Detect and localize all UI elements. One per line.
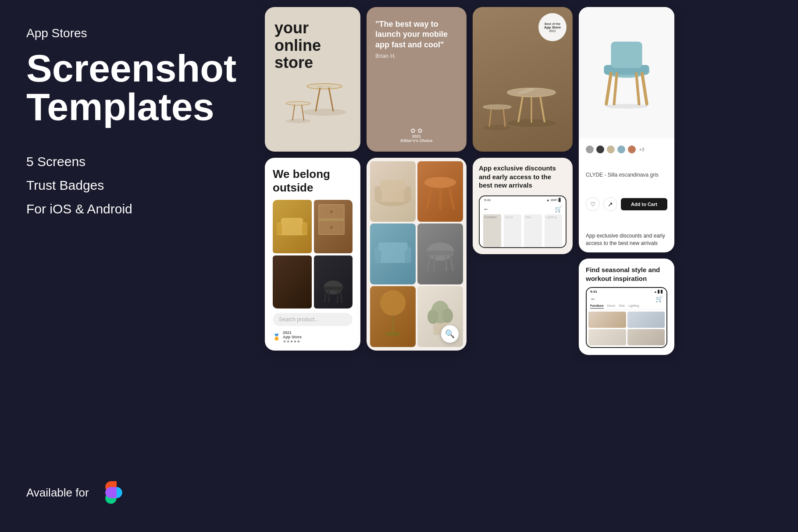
product-description: App exclusive discounts and early access… — [586, 232, 667, 247]
svg-point-29 — [424, 177, 456, 188]
add-to-cart-button[interactable]: Add to Cart — [621, 198, 667, 210]
figma-icon — [98, 479, 124, 506]
app-exclusive-text: App exclusive discounts and early access… — [479, 164, 566, 190]
choice-label: Choice — [419, 138, 432, 143]
svg-point-45 — [385, 332, 401, 336]
cart-icon: 🛒 — [555, 206, 562, 213]
card-app-exclusive: App exclusive discounts and early access… — [473, 158, 573, 254]
available-section: Available for — [26, 479, 228, 506]
card-a-furniture — [274, 71, 351, 143]
category-furniture: Furniture — [483, 214, 501, 247]
editors-label: Editor's — [401, 138, 415, 143]
armchair-icon — [370, 161, 416, 222]
color-terracotta[interactable] — [628, 145, 636, 153]
svg-line-20 — [324, 290, 326, 303]
phone-time: 9:41 — [590, 290, 597, 294]
svg-rect-19 — [324, 287, 343, 290]
product-name: CLYDE - Silla escandinava gris — [586, 172, 667, 178]
svg-rect-9 — [279, 224, 305, 235]
grid-cell-darkchair — [314, 255, 353, 309]
mockup-column-2: "The best way to launch your mobile app … — [367, 7, 467, 351]
category-decor: Decor — [504, 214, 522, 247]
color-swatches: +3 — [586, 145, 667, 153]
chair-product-svg — [591, 29, 662, 117]
card-b-editors-badge: ✿ ✿ 2021 Editor's's Choice — [375, 127, 458, 143]
product-info-section: +3 CLYDE - Silla escandinava gris ♡ ↗ Ad… — [579, 138, 674, 252]
phone-status-icons: ▲ ▊ ▊ — [654, 290, 663, 294]
cart-icon-seasonal: 🛒 — [656, 295, 663, 302]
wreath-icon: ✿ ✿ — [375, 127, 458, 134]
svg-line-41 — [434, 255, 435, 271]
svg-rect-25 — [379, 189, 406, 202]
svg-point-57 — [483, 105, 511, 109]
main-title: Screenshot Templates — [26, 49, 228, 126]
card-seasonal-style: Find seasonal style and workout inspirat… — [579, 259, 674, 355]
search-fab[interactable]: 🔍 — [441, 325, 459, 343]
wreath-left-icon: 🏅 — [273, 333, 280, 340]
svg-line-3 — [316, 88, 320, 111]
feature-platforms: For iOS & Android — [26, 200, 228, 218]
svg-point-17 — [330, 226, 333, 229]
svg-rect-10 — [277, 222, 282, 235]
svg-point-49 — [442, 309, 453, 323]
features-list: 5 Screens Trust Badges For iOS & Android — [26, 153, 228, 218]
card-d-search-bar[interactable]: Search product... — [273, 313, 353, 326]
badge-year: 2021 — [412, 134, 421, 138]
color-blue[interactable] — [617, 145, 625, 153]
phone-signal-icons: ▲ WiFi ▊ — [546, 198, 561, 202]
tab-furniture[interactable]: Furniture — [590, 304, 604, 309]
color-beige[interactable] — [607, 145, 615, 153]
left-panel: App Stores Screenshot Templates 5 Screen… — [0, 0, 254, 532]
grid-cell-brown — [314, 200, 353, 253]
tab-lighting[interactable]: Lighting — [628, 304, 639, 309]
product-image-grid — [367, 158, 467, 351]
product-actions: ♡ ↗ Add to Cart — [586, 197, 667, 211]
card-d-product-grid — [273, 200, 353, 309]
feature-screens: 5 Screens — [26, 153, 228, 171]
svg-point-67 — [605, 104, 648, 109]
svg-rect-44 — [392, 316, 394, 334]
more-colors-label: +3 — [639, 147, 644, 152]
card-testimonial: "The best way to launch your mobile app … — [367, 7, 467, 152]
product-cell-teal — [370, 223, 416, 284]
cabinet-icon — [314, 200, 349, 244]
svg-line-53 — [518, 96, 523, 122]
svg-rect-36 — [378, 243, 408, 251]
card-product-detail: +3 CLYDE - Silla escandinava gris ♡ ↗ Ad… — [579, 7, 674, 252]
tables-illustration — [474, 55, 571, 143]
svg-rect-28 — [380, 180, 406, 190]
svg-line-64 — [642, 74, 647, 104]
phone-time-display: 9:41 — [484, 198, 491, 202]
svg-line-65 — [614, 74, 617, 104]
svg-point-2 — [307, 84, 342, 89]
available-label: Available for — [26, 486, 89, 500]
category-lighting: Lighting — [545, 214, 563, 247]
tab-decor[interactable]: Decor — [607, 304, 616, 309]
grid-cell-yellow — [273, 200, 312, 253]
tab-kids[interactable]: Kids — [619, 304, 625, 309]
color-black[interactable] — [596, 145, 604, 153]
svg-line-42 — [445, 255, 446, 271]
grid-cell-darkbrown — [273, 255, 312, 309]
share-button[interactable]: ↗ — [603, 197, 617, 211]
sofa-icon — [274, 209, 310, 244]
card-d-title: We belong outside — [273, 167, 353, 195]
svg-line-31 — [449, 188, 454, 210]
svg-rect-11 — [302, 222, 307, 235]
category-label: App Stores — [26, 26, 228, 40]
phone-status-bar: 9:41 ▲ WiFi ▊ — [480, 196, 566, 204]
back-arrow-icon: ← — [590, 295, 596, 302]
editors-choice-label: 2021 Editor's's Choice — [375, 134, 458, 143]
card-b-author: Brian H. — [375, 53, 458, 59]
stool-icon — [417, 161, 463, 222]
card-online-store: your online store — [265, 7, 360, 152]
wishlist-button[interactable]: ♡ — [586, 197, 600, 211]
phone-mock-seasonal: 9:41 ▲ ▊ ▊ ← 🛒 Furniture Decor Kids Ligh… — [586, 287, 667, 348]
svg-line-30 — [427, 188, 431, 210]
svg-rect-62 — [611, 42, 642, 68]
product-cell-copper — [370, 286, 416, 347]
color-gray[interactable] — [586, 145, 594, 153]
app-store-badge: Best of the App Store 2021 — [538, 13, 566, 41]
mockup-column-3: Best of the App Store 2021 App exclusive… — [473, 7, 573, 254]
svg-point-0 — [303, 109, 346, 116]
